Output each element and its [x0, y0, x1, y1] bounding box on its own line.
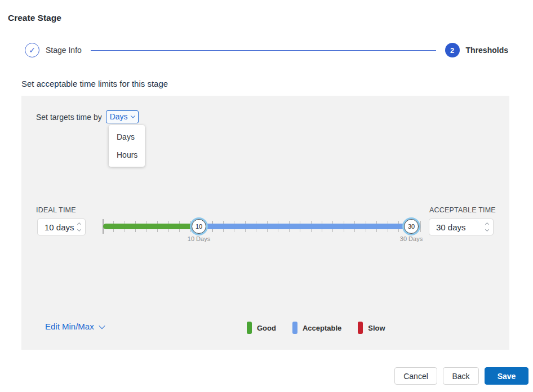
- acceptable-time-label: ACCEPTABLE TIME: [429, 206, 496, 214]
- page-title: Create Stage: [8, 13, 61, 23]
- handle-value: 10: [196, 223, 202, 230]
- unit-select-menu: Days Hours: [109, 125, 145, 167]
- ideal-time-value: 10 days: [45, 222, 74, 232]
- unit-option-hours[interactable]: Hours: [109, 146, 145, 164]
- stepper-connector: [91, 50, 436, 51]
- edit-min-max-link[interactable]: Edit Min/Max: [45, 322, 104, 331]
- ideal-time-input[interactable]: 10 days: [37, 219, 86, 235]
- slow-swatch: [358, 322, 363, 334]
- acceptable-time-input[interactable]: 30 days: [429, 219, 494, 235]
- stepper: ✓ Stage Info 2 Thresholds: [25, 43, 508, 57]
- stepper-up-icon: [77, 222, 81, 226]
- slider-good-segment: [103, 224, 199, 229]
- chevron-down-icon: [130, 113, 135, 118]
- step2-circle: 2: [445, 43, 460, 57]
- legend-item-slow: Slow: [358, 322, 385, 334]
- save-button[interactable]: Save: [485, 367, 528, 385]
- ideal-time-label: IDEAL TIME: [36, 206, 76, 214]
- legend: Good Acceptable Slow: [247, 322, 402, 334]
- legend-label-acceptable: Acceptable: [303, 324, 341, 332]
- unit-option-days[interactable]: Days: [109, 128, 145, 146]
- acceptable-time-stepper[interactable]: [486, 223, 488, 231]
- step2-number: 2: [450, 46, 454, 55]
- section-heading: Set acceptable time limits for this stag…: [21, 79, 168, 88]
- footer-actions: Cancel Back Save: [394, 367, 528, 385]
- cancel-button[interactable]: Cancel: [394, 367, 437, 385]
- create-stage-dialog: Create Stage ✓ Stage Info 2 Thresholds S…: [0, 0, 533, 392]
- slider-handle-acceptable[interactable]: 30: [404, 219, 419, 234]
- slider-caption-acceptable: 30 Days: [389, 235, 434, 242]
- step-thresholds[interactable]: 2 Thresholds: [445, 43, 508, 57]
- back-button[interactable]: Back: [443, 367, 479, 385]
- legend-label-good: Good: [257, 324, 276, 332]
- slider-acceptable-segment: [199, 224, 420, 229]
- chevron-down-icon: [99, 322, 105, 328]
- ideal-time-stepper[interactable]: [78, 223, 81, 231]
- stepper-down-icon: [77, 228, 81, 231]
- good-swatch: [247, 322, 252, 334]
- step2-label: Thresholds: [466, 46, 508, 55]
- step-stage-info[interactable]: ✓ Stage Info: [25, 43, 82, 57]
- acceptable-swatch: [292, 322, 297, 334]
- stepper-up-icon: [485, 222, 489, 226]
- thresholds-panel: Set targets time by Days Days Hours IDEA…: [21, 96, 509, 350]
- step1-circle: ✓: [25, 43, 39, 57]
- slider-handle-ideal[interactable]: 10: [192, 219, 206, 234]
- target-label: Set targets time by: [36, 113, 102, 122]
- check-icon: ✓: [29, 46, 35, 54]
- step1-label: Stage Info: [46, 46, 82, 55]
- handle-value: 30: [408, 223, 415, 230]
- edit-min-max-label: Edit Min/Max: [45, 322, 94, 331]
- target-row: Set targets time by Days: [36, 110, 139, 123]
- acceptable-time-value: 30 days: [436, 222, 466, 232]
- slider-caption-ideal: 10 Days: [176, 235, 221, 242]
- unit-select-trigger[interactable]: Days: [106, 110, 139, 123]
- legend-item-good: Good: [247, 322, 276, 334]
- stepper-down-icon: [485, 228, 489, 231]
- legend-item-acceptable: Acceptable: [292, 322, 341, 334]
- legend-label-slow: Slow: [368, 324, 385, 332]
- unit-select-value: Days: [110, 112, 128, 121]
